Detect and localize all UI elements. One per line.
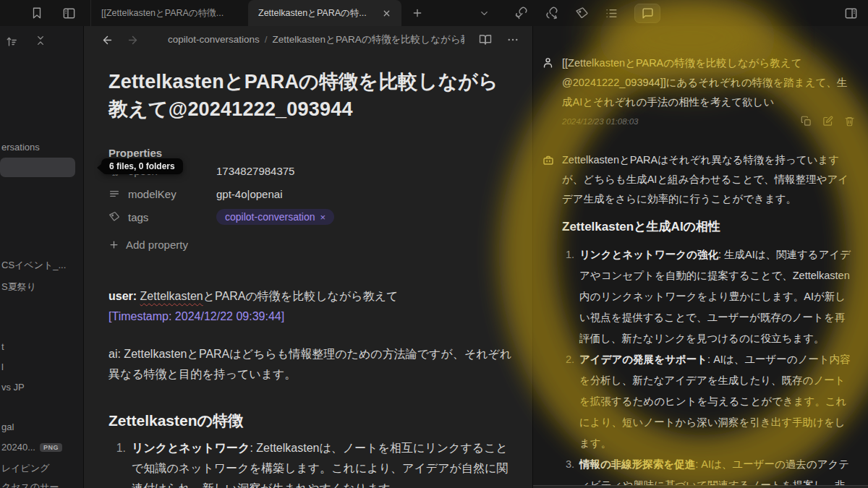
misspelled-word: Zettelkasten (140, 290, 203, 302)
list-number: 3. (563, 454, 579, 488)
ai-intro-text: ZettelkastenとPARAはそれぞれ異なる特徴を持っていますが、どちらも… (562, 150, 855, 209)
property-value[interactable]: 1734827984375 (216, 165, 294, 177)
tag-remove-icon[interactable]: × (320, 212, 326, 223)
user-icon (542, 53, 562, 127)
ai-message: ZettelkastenとPARAはそれぞれ異なる特徴を持っていますが、どちらも… (542, 150, 855, 488)
delete-icon[interactable] (844, 116, 855, 127)
folder-label[interactable]: ersations (1, 142, 40, 153)
list-item-text: AIは、ユーザーのノート内容を分析し、新たなアイデアを生成したり、既存のノートを… (579, 354, 851, 449)
property-row-modelkey: modelKey gpt-4o|openai (109, 182, 515, 205)
chat-input-top-edge (533, 485, 868, 488)
outline-list-icon[interactable] (605, 7, 618, 20)
incoming-links-icon[interactable] (514, 6, 529, 20)
file-item[interactable]: vs JP (1, 382, 25, 393)
plus-icon (109, 239, 119, 250)
list-item-label: 情報の非線形探索を促進 (579, 458, 695, 470)
property-value[interactable]: gpt-4o|openai (216, 188, 282, 200)
file-item[interactable]: クセスのサー (1, 481, 59, 488)
top-bar: [[ZettelkastenとPARAの特徴... ZettelkastenとP… (0, 0, 868, 26)
forward-arrow-icon[interactable] (127, 34, 139, 46)
reading-view-icon[interactable] (479, 33, 492, 46)
editor-header: copilot-conversations/ZettelkastenとPARAの… (84, 26, 532, 53)
tag-icon (109, 211, 122, 223)
list-item: 1. リンクとネットワークの強化: 生成AIは、関連するアイデアやコンセプトを自… (563, 244, 855, 349)
list-item-label: アイデアの発展をサポート (579, 354, 707, 365)
right-sidebar-toggle-icon[interactable] (844, 7, 858, 20)
text-lines-icon (109, 188, 122, 200)
note-editor-pane: copilot-conversations/ZettelkastenとPARAの… (84, 26, 533, 488)
edit-icon[interactable] (822, 116, 833, 127)
copilot-chat-panel: [[ZettelkastenとPARAの特徴を比較しながら教えて@2024122… (533, 26, 868, 488)
obsidian-window: [[ZettelkastenとPARAの特徴... ZettelkastenとP… (0, 0, 868, 488)
section-heading: Zettelkastenの特徴 (109, 411, 515, 431)
file-item[interactable]: t (1, 341, 4, 352)
new-tab-button[interactable] (401, 0, 433, 26)
tab-list-chevron-icon[interactable] (479, 0, 514, 26)
chat-bubble-icon (642, 7, 654, 20)
bookmark-icon[interactable] (30, 7, 43, 20)
tag-label[interactable]: copilot-conversation (225, 211, 315, 223)
properties-heading[interactable]: Properties (109, 147, 515, 159)
breadcrumb[interactable]: copilot-conversations/ZettelkastenとPARAの… (168, 33, 464, 46)
list-item-label: リンクとネットワークの強化 (579, 249, 718, 260)
ai-paragraph: ai: ZettelkastenとPARAはどちらも情報整理のための方法論ですが… (109, 344, 515, 385)
message-timestamp: 2024/12/23 01:08:03 (562, 117, 801, 126)
list-number: 1. (113, 438, 132, 488)
add-property-label: Add property (126, 239, 188, 251)
back-arrow-icon[interactable] (101, 34, 114, 46)
tab-label: [[ZettelkastenとPARAの特徴... (101, 7, 238, 20)
sort-order-icon[interactable] (6, 35, 19, 48)
ai-ordered-list: 1. リンクとネットワークの強化: 生成AIは、関連するアイデアやコンセプトを自… (562, 244, 855, 488)
file-item[interactable]: 20240...PNG (1, 442, 62, 453)
ai-answer-text: ZettelkastenとPARAはどちらも情報整理のための方法論ですが、それぞ… (109, 348, 511, 380)
breadcrumb-separator: / (260, 34, 273, 45)
tab-close-icon[interactable] (382, 9, 391, 18)
ai-section-heading: Zettelkastenと生成AIの相性 (562, 218, 855, 236)
timestamp-link[interactable]: [Timestamp: 2024/12/22 09:39:44] (109, 310, 284, 322)
tab-label: ZettelkastenとPARAの特... (258, 7, 376, 20)
list-item: 1. リンクとネットワーク: Zettelkastenは、ノートを相互にリンクす… (113, 438, 515, 488)
file-item[interactable]: CSイベント_... (1, 259, 66, 272)
tab-inactive[interactable]: [[ZettelkastenとPARAの特徴... (90, 0, 248, 26)
more-options-icon[interactable] (506, 33, 519, 46)
list-number: 1. (563, 244, 579, 349)
tag-pill[interactable]: copilot-conversation × (216, 209, 334, 225)
breadcrumb-page[interactable]: ZettelkastenとPARAの特徴を比較しながら教えて@20241222_… (273, 34, 464, 45)
tab-bar: [[ZettelkastenとPARAの特徴... ZettelkastenとP… (90, 0, 433, 26)
file-explorer-sidebar: ersations CSイベント_... S夏祭り t l vs JP gal … (0, 26, 84, 488)
bot-icon (542, 150, 562, 488)
list-item: 3. 情報の非線形探索を促進: AIは、ユーザーの過去のアクティビティや興味に基… (563, 454, 855, 488)
selected-file-item[interactable] (0, 158, 75, 177)
add-property-button[interactable]: Add property (109, 236, 515, 253)
user-prefix: user: (109, 290, 137, 302)
outgoing-links-icon[interactable] (545, 6, 559, 20)
list-item-separator: : (250, 442, 256, 454)
list-item-text: 生成AIは、関連するアイデアやコンセプトを自動的に提案することで、Zettelk… (579, 249, 851, 344)
left-sidebar-toggle-icon[interactable] (62, 7, 76, 20)
property-key[interactable]: tags (128, 211, 216, 223)
list-item: 2. アイデアの発展をサポート: AIは、ユーザーのノート内容を分析し、新たなア… (563, 349, 855, 454)
note-title: ZettelkastenとPARAの特徴を比較しながら教えて@20241222_… (109, 68, 515, 123)
file-item[interactable]: S夏祭り (1, 281, 36, 294)
file-item[interactable]: レイピング (1, 462, 50, 475)
list-item-separator: : (718, 249, 724, 260)
file-item[interactable]: gal (1, 421, 14, 432)
property-key[interactable]: modelKey (128, 188, 216, 200)
copilot-chat-button[interactable] (634, 4, 660, 23)
copy-icon[interactable] (801, 116, 812, 127)
file-item[interactable]: l (1, 361, 4, 372)
user-paragraph: user: ZettelkastenとPARAの特徴を比較しながら教えて [Ti… (109, 286, 515, 327)
breadcrumb-folder[interactable]: copilot-conversations (168, 34, 260, 45)
tags-icon[interactable] (575, 7, 589, 20)
collapse-all-icon[interactable] (35, 35, 46, 48)
ordered-list: 1. リンクとネットワーク: Zettelkastenは、ノートを相互にリンクす… (109, 438, 515, 488)
list-item-label: リンクとネットワーク (132, 442, 250, 454)
editor-content: ZettelkastenとPARAの特徴を比較しながら教えて@20241222_… (84, 53, 532, 488)
tab-active[interactable]: ZettelkastenとPARAの特... (248, 0, 401, 26)
folder-tooltip: 6 files, 0 folders (101, 158, 183, 174)
user-question-text: とPARAの特徴を比較しながら教えて (203, 290, 399, 302)
property-row-tags: tags copilot-conversation × (109, 205, 515, 228)
user-message-text: [[ZettelkastenとPARAの特徴を比較しながら教えて@2024122… (562, 53, 855, 112)
ai-prefix: ai: (109, 348, 121, 360)
list-number: 2. (563, 349, 579, 454)
